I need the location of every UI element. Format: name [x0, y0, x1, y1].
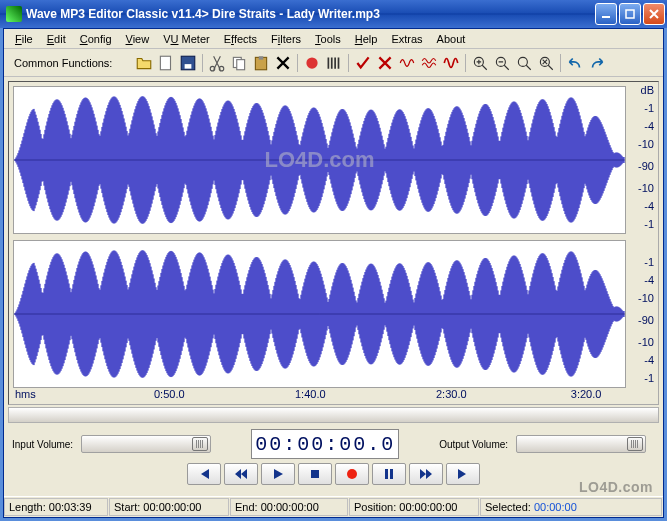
window-body: File Edit Config View VU Meter Effects F…	[3, 28, 664, 518]
horizontal-scrollbar[interactable]	[8, 407, 659, 423]
stop-button[interactable]	[298, 463, 332, 485]
svg-point-17	[347, 469, 357, 479]
window-title: Wave MP3 Editor Classic v11.4> Dire Stra…	[26, 7, 593, 21]
rewind-button[interactable]	[224, 463, 258, 485]
status-end: End: 00:00:00:00	[230, 498, 348, 516]
copy-icon[interactable]	[229, 53, 249, 73]
cross-icon[interactable]	[375, 53, 395, 73]
delete-icon[interactable]	[273, 53, 293, 73]
transport-controls	[4, 463, 663, 485]
db-scale: dB -1 -4 -10 -90 -10 -4 -1 -1 -4 -10 -90…	[628, 86, 656, 388]
svg-rect-8	[237, 59, 245, 69]
wave3-icon[interactable]	[441, 53, 461, 73]
time-counter: 00:00:00.0	[251, 429, 399, 459]
menu-extras[interactable]: Extras	[384, 31, 429, 47]
svg-rect-2	[161, 56, 171, 70]
wave2-icon[interactable]	[419, 53, 439, 73]
new-icon[interactable]	[156, 53, 176, 73]
time-axis: hms 0:50.0 1:40.0 2:30.0 3:20.0	[13, 388, 626, 402]
play-button[interactable]	[261, 463, 295, 485]
bars-icon[interactable]	[324, 53, 344, 73]
zoom-sel-icon[interactable]	[514, 53, 534, 73]
status-selected: Selected: 00:00:00	[480, 498, 662, 516]
menu-tools[interactable]: Tools	[308, 31, 348, 47]
status-position: Position: 00:00:00:00	[349, 498, 479, 516]
input-volume-label: Input Volume:	[12, 439, 73, 450]
save-icon[interactable]	[178, 53, 198, 73]
waveform-left-channel[interactable]: LO4D.com	[13, 86, 626, 234]
svg-rect-1	[626, 10, 634, 18]
menubar: File Edit Config View VU Meter Effects F…	[4, 29, 663, 49]
svg-rect-0	[602, 16, 610, 18]
check-icon[interactable]	[353, 53, 373, 73]
titlebar: Wave MP3 Editor Classic v11.4> Dire Stra…	[0, 0, 667, 28]
skip-end-button[interactable]	[446, 463, 480, 485]
record-region-icon[interactable]	[302, 53, 322, 73]
cut-icon[interactable]	[207, 53, 227, 73]
status-start: Start: 00:00:00:00	[109, 498, 229, 516]
toolbar: Common Functions:	[4, 49, 663, 77]
controls-row: Input Volume: 00:00:00.0 Output Volume:	[12, 429, 655, 459]
watermark-center: LO4D.com	[264, 147, 374, 173]
svg-rect-19	[390, 469, 393, 479]
svg-point-14	[519, 57, 528, 66]
svg-rect-18	[385, 469, 388, 479]
close-button[interactable]	[643, 3, 665, 25]
menu-vumeter[interactable]: VU Meter	[156, 31, 216, 47]
svg-rect-4	[185, 64, 192, 69]
open-icon[interactable]	[134, 53, 154, 73]
menu-file[interactable]: File	[8, 31, 40, 47]
menu-about[interactable]: About	[430, 31, 473, 47]
waveform-area: LO4D.com dB -1 -4 -10 -90 -10 -4 -1 -1 -…	[8, 81, 659, 405]
pause-button[interactable]	[372, 463, 406, 485]
toolbar-label: Common Functions:	[14, 57, 112, 69]
menu-effects[interactable]: Effects	[217, 31, 264, 47]
skip-start-button[interactable]	[187, 463, 221, 485]
output-volume-label: Output Volume:	[439, 439, 508, 450]
statusbar: Length: 00:03:39 Start: 00:00:00:00 End:…	[4, 496, 663, 517]
waveform-right-channel[interactable]	[13, 240, 626, 388]
status-length: Length: 00:03:39	[4, 498, 108, 516]
zoom-in-icon[interactable]	[470, 53, 490, 73]
menu-config[interactable]: Config	[73, 31, 119, 47]
minimize-button[interactable]	[595, 3, 617, 25]
input-volume-slider[interactable]	[81, 435, 211, 453]
menu-edit[interactable]: Edit	[40, 31, 73, 47]
svg-rect-16	[311, 470, 319, 478]
menu-filters[interactable]: Filters	[264, 31, 308, 47]
svg-point-11	[307, 57, 318, 68]
menu-help[interactable]: Help	[348, 31, 385, 47]
paste-icon[interactable]	[251, 53, 271, 73]
forward-button[interactable]	[409, 463, 443, 485]
maximize-button[interactable]	[619, 3, 641, 25]
wave1-icon[interactable]	[397, 53, 417, 73]
zoom-out-icon[interactable]	[492, 53, 512, 73]
output-volume-slider[interactable]	[516, 435, 646, 453]
undo-icon[interactable]	[565, 53, 585, 73]
menu-view[interactable]: View	[119, 31, 157, 47]
svg-rect-10	[259, 56, 264, 59]
record-button[interactable]	[335, 463, 369, 485]
app-icon	[6, 6, 22, 22]
redo-icon[interactable]	[587, 53, 607, 73]
watermark: LO4D.com	[579, 479, 653, 495]
zoom-reset-icon[interactable]	[536, 53, 556, 73]
